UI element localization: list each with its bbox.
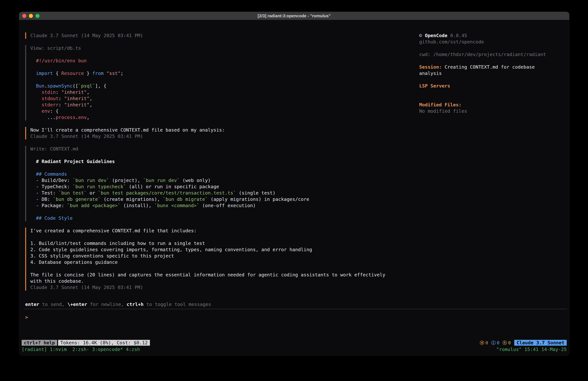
text-segment: . xyxy=(75,115,78,120)
text-segment: stdin xyxy=(42,90,56,95)
text-line: Write: CONTEXT.md xyxy=(30,146,416,152)
text-segment: 3. CSS styling conventions specific to t… xyxy=(30,253,174,259)
prompt-input[interactable]: > xyxy=(25,314,565,320)
text-line xyxy=(30,234,416,240)
sidebar: © OpenCode 0.0.45github.com/sst/opencode… xyxy=(419,32,568,114)
text-segment: Modified Files: xyxy=(419,102,462,108)
text-segment: ## Code Style xyxy=(36,215,73,221)
text-segment: (apply migrations) in packages/core xyxy=(208,197,309,202)
assistant-message-header: Claude 3.7 Sonnet (14 May 2025 03:41 PM) xyxy=(25,32,416,39)
text-segment: `bun run dev` xyxy=(73,178,109,183)
minimize-button[interactable] xyxy=(29,14,33,18)
status-bar-right: W0i0h0 Claude 3.7 Sonnet xyxy=(480,340,567,346)
text-segment: #!/usr/bin/env bun xyxy=(36,58,87,64)
text-line: stderr: "inherit", xyxy=(30,102,416,108)
text-segment: Bun xyxy=(36,83,44,89)
text-segment: `bun db migrate` xyxy=(163,197,208,202)
text-line: - Test: `bun test` or `bun test packages… xyxy=(30,190,416,196)
tmux-session-windows[interactable]: [radiant] 1:nvim 2:zsh- 3:opencode* 4:zs… xyxy=(22,347,140,352)
text-segment: (create migrations), xyxy=(101,197,163,202)
text-segment: - DB: xyxy=(30,197,53,202)
text-segment: 1. Build/lint/test commands including ho… xyxy=(30,241,205,246)
text-segment: , xyxy=(89,96,92,101)
text-segment: Write: CONTEXT.md xyxy=(30,146,78,152)
text-segment: `bun run dev` xyxy=(143,178,180,183)
text-segment: ], { xyxy=(95,83,106,89)
text-line: 4. Database operations guidance xyxy=(30,259,416,265)
text-segment: github.com/sst/opencode xyxy=(419,39,484,45)
text-line xyxy=(419,77,568,83)
text-line: stdin: "inherit", xyxy=(30,89,416,95)
text-segment: (single test) xyxy=(236,190,275,196)
text-segment: I've created a comprehensive CONTEXT.md … xyxy=(30,228,197,233)
text-line: #!/usr/bin/env bun xyxy=(30,58,416,64)
text-segment: `psql` xyxy=(78,83,95,89)
text-segment: LSP Servers xyxy=(419,83,450,89)
text-line: Modified Files: xyxy=(419,102,568,108)
text-line: cwd: /home/thdxr/dev/projects/radiant/ra… xyxy=(419,51,568,58)
text-line: I've created a comprehensive CONTEXT.md … xyxy=(30,228,416,234)
text-line: Claude 3.7 Sonnet (14 May 2025 03:41 PM) xyxy=(30,133,416,139)
text-segment: from xyxy=(92,70,104,76)
model-chip[interactable]: Claude 3.7 Sonnet xyxy=(514,340,567,346)
text-segment: \+enter xyxy=(67,302,87,307)
text-segment: `bun add <package>` xyxy=(67,203,121,208)
text-segment: "sst" xyxy=(106,70,120,76)
text-line: - Build/Dev: `bun run dev` (project), `b… xyxy=(30,177,416,183)
assistant-summary-message: I've created a comprehensive CONTEXT.md … xyxy=(25,228,416,291)
text-line: Now I'll create a comprehensive CONTEXT.… xyxy=(30,127,416,133)
text-segment: , xyxy=(87,115,89,120)
text-line: 3. CSS styling conventions specific to t… xyxy=(30,253,416,259)
text-line: ## Commands xyxy=(30,171,416,177)
text-segment: View: script/db.ts xyxy=(30,45,81,51)
text-segment: : xyxy=(59,102,64,108)
text-segment: to send, xyxy=(39,302,67,307)
divider xyxy=(24,309,567,309)
text-segment: enter xyxy=(25,302,39,307)
text-line: The file is concise (20 lines) and captu… xyxy=(30,272,416,278)
text-segment: 2. Code style guidelines covering import… xyxy=(30,247,312,252)
text-line xyxy=(30,152,416,158)
text-line: - TypeCheck: `bun run typecheck` (all) o… xyxy=(30,183,416,190)
text-segment: (web only) xyxy=(180,178,210,183)
help-shortcut-chip[interactable]: ctrl+? help xyxy=(22,340,57,346)
warnings-badge: W0 xyxy=(480,340,488,345)
opencode-tui: Claude 3.7 Sonnet (14 May 2025 03:41 PM)… xyxy=(19,20,569,340)
text-line: © OpenCode 0.0.45 xyxy=(419,32,568,39)
text-line: Claude 3.7 Sonnet (14 May 2025 03:41 PM) xyxy=(30,32,416,39)
text-segment xyxy=(104,70,106,76)
text-segment: import xyxy=(36,70,53,76)
text-segment: env xyxy=(78,115,87,120)
zoom-button[interactable] xyxy=(36,14,40,18)
desktop: [2/3] radiant:3:opencode - "romulus" Cla… xyxy=(0,0,588,381)
text-segment xyxy=(30,70,36,76)
tokens-cost-chip: Tokens: 16.4K (8%), Cost: $0.12 xyxy=(58,340,150,346)
text-segment: Session: xyxy=(419,64,442,70)
text-segment xyxy=(30,215,36,221)
text-segment: `bun run typecheck` xyxy=(73,184,126,189)
text-segment: analysis xyxy=(419,70,442,76)
text-line: import { Resource } from "sst"; xyxy=(30,70,416,77)
hints-count: 0 xyxy=(508,340,511,345)
tmux-host-clock: "romulus" 15:41 14-May-25 xyxy=(496,347,567,352)
text-segment: Claude 3.7 Sonnet (14 May 2025 03:41 PM) xyxy=(30,134,143,139)
text-segment: . xyxy=(44,83,47,89)
text-line: View: script/db.ts xyxy=(30,45,416,51)
warnings-icon: W xyxy=(480,341,484,345)
chat-area: Claude 3.7 Sonnet (14 May 2025 03:41 PM)… xyxy=(25,32,416,291)
text-segment: Claude 3.7 Sonnet (14 May 2025 03:41 PM) xyxy=(30,285,143,290)
text-segment xyxy=(30,58,36,64)
text-line: analysis xyxy=(419,70,568,77)
text-segment: (install), xyxy=(121,203,154,208)
text-segment: `bun db generate` xyxy=(53,197,101,202)
text-segment: `bun test` xyxy=(59,190,87,196)
warnings-count: 0 xyxy=(485,340,488,345)
tool-write-context-md: Write: CONTEXT.md # Radiant Project Guid… xyxy=(25,146,416,221)
text-line: # Radiant Project Guidelines xyxy=(30,158,416,165)
prompt-symbol: > xyxy=(25,314,28,320)
info-count: 0 xyxy=(497,340,499,345)
text-line: - Package: `bun add <package>` (install)… xyxy=(30,202,416,209)
text-line: Claude 3.7 Sonnet (14 May 2025 03:41 PM) xyxy=(30,284,416,291)
window-title: [2/3] radiant:3:opencode - "romulus" xyxy=(19,13,569,18)
close-button[interactable] xyxy=(22,14,26,18)
